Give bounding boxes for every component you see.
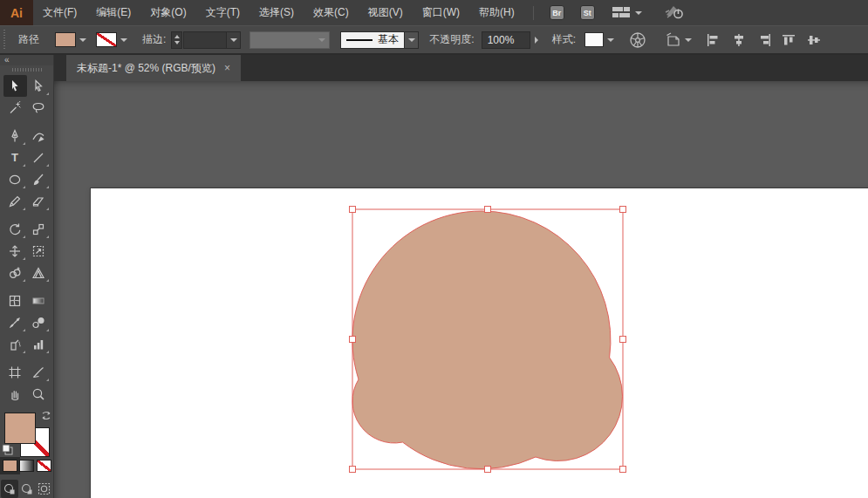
curvature-tool[interactable] [27, 125, 51, 147]
stroke-weight-label[interactable]: 描边: [142, 32, 166, 47]
free-transform-tool[interactable] [27, 240, 51, 262]
eraser-tool[interactable] [27, 190, 51, 212]
lasso-tool[interactable] [27, 97, 51, 119]
graphic-style-swatch[interactable] [584, 32, 604, 47]
selection-handle[interactable] [350, 337, 356, 343]
gradient-tool[interactable] [27, 290, 51, 311]
artboard-tool[interactable] [3, 361, 27, 383]
align-center-vertical-icon[interactable] [807, 33, 823, 47]
draw-normal-button[interactable] [1, 480, 18, 498]
none-button[interactable] [37, 460, 51, 472]
pen-tool[interactable] [3, 125, 27, 147]
gradient-button[interactable] [19, 460, 34, 472]
swap-fill-stroke-icon[interactable] [40, 410, 52, 421]
selection-handle[interactable] [620, 467, 626, 473]
menu-edit[interactable]: 编辑(E) [86, 0, 140, 25]
width-tool[interactable] [3, 240, 27, 262]
stroke-weight-stepper[interactable] [171, 31, 182, 49]
menu-view[interactable]: 视图(V) [359, 0, 413, 25]
select-similar-button[interactable] [666, 32, 692, 47]
opacity-label[interactable]: 不透明度: [429, 32, 474, 47]
stroke-none-swatch[interactable] [96, 32, 117, 47]
zoom-tool[interactable] [27, 383, 51, 405]
stroke-weight-field[interactable] [183, 31, 227, 49]
opacity-field[interactable]: 100% [482, 31, 530, 49]
slice-tool[interactable] [27, 361, 51, 383]
selection-handle[interactable] [350, 207, 356, 213]
stroke-color-dropdown[interactable] [117, 31, 130, 48]
chevron-down-icon [607, 38, 614, 42]
stock-button[interactable]: St [580, 5, 595, 20]
selected-shape[interactable] [352, 211, 623, 469]
close-tab-button[interactable]: × [224, 63, 230, 73]
direct-selection-tool[interactable] [27, 75, 51, 97]
stroke-weight-dropdown[interactable] [227, 31, 241, 49]
magic-wand-tool[interactable] [3, 97, 27, 119]
selection-handle[interactable] [485, 467, 491, 473]
fill-color-dropdown[interactable] [76, 31, 89, 48]
menu-effect[interactable]: 效果(C) [304, 0, 359, 25]
gpu-performance-button[interactable] [665, 3, 686, 23]
select-similar-icon [666, 32, 682, 47]
align-center-horizontal-icon[interactable] [731, 33, 747, 47]
selection-handle[interactable] [620, 207, 626, 213]
fill-color-swatch[interactable] [55, 32, 76, 47]
workspace-switcher[interactable] [612, 7, 642, 18]
hand-tool[interactable] [3, 383, 27, 405]
ellipse-tool[interactable] [3, 168, 27, 190]
selection-handle[interactable] [620, 337, 626, 343]
column-graph-tool[interactable] [27, 333, 51, 355]
color-button[interactable] [3, 460, 17, 472]
eyedropper-tool[interactable] [3, 311, 27, 333]
menu-help[interactable]: 帮助(H) [469, 0, 524, 25]
paintbrush-tool[interactable] [27, 168, 51, 190]
app-logo: Ai [0, 0, 33, 25]
type-tool-glyph: T [11, 151, 18, 164]
opacity-submenu-arrow[interactable] [530, 31, 543, 48]
fill-color-box[interactable] [4, 413, 36, 444]
panel-grip[interactable] [12, 68, 42, 72]
menu-bar: Ai 文件(F) 编辑(E) 对象(O) 文字(T) 选择(S) 效果(C) 视… [0, 0, 868, 25]
selection-handle[interactable] [350, 467, 356, 473]
brush-definition-arrow[interactable] [405, 31, 419, 49]
menu-select[interactable]: 选择(S) [249, 0, 304, 25]
draw-behind-button[interactable] [18, 480, 36, 498]
rotate-tool[interactable] [3, 218, 27, 240]
shape-builder-tool[interactable] [3, 262, 27, 283]
mesh-tool[interactable] [3, 290, 27, 311]
canvas-area[interactable] [54, 81, 868, 498]
menu-file[interactable]: 文件(F) [33, 0, 86, 25]
document-tab-bar: 未标题-1* @ 52% (RGB/预览) × [54, 55, 868, 81]
symbol-sprayer-tool[interactable] [3, 333, 27, 355]
brush-definition-dropdown[interactable]: 基本 [340, 31, 405, 49]
paintbrush-icon [31, 173, 45, 187]
eraser-icon [31, 194, 45, 208]
align-right-icon[interactable] [756, 33, 772, 47]
perspective-grid-tool[interactable] [27, 262, 51, 283]
lasso-icon [31, 101, 45, 115]
draw-inside-icon [38, 482, 51, 495]
scale-tool[interactable] [27, 218, 51, 240]
blend-tool[interactable] [27, 311, 51, 333]
bridge-button[interactable]: Br [550, 5, 564, 20]
recolor-artwork-button[interactable] [629, 31, 646, 49]
width-profile-dropdown [249, 31, 330, 49]
line-segment-tool[interactable] [27, 147, 51, 168]
align-top-icon[interactable] [782, 33, 797, 47]
panel-grip[interactable] [3, 30, 8, 51]
selection-tool[interactable] [3, 75, 27, 97]
collapse-panel-button[interactable]: « [0, 55, 53, 65]
pen-icon [8, 129, 22, 143]
draw-inside-button[interactable] [36, 480, 53, 498]
pencil-icon [8, 194, 22, 208]
selection-handle[interactable] [485, 207, 491, 213]
graphic-style-dropdown[interactable] [604, 31, 617, 48]
default-fill-stroke-icon[interactable] [2, 444, 13, 455]
type-tool[interactable]: T [3, 147, 27, 168]
menu-object[interactable]: 对象(O) [140, 0, 195, 25]
align-left-icon[interactable] [706, 33, 721, 47]
document-tab[interactable]: 未标题-1* @ 52% (RGB/预览) × [66, 55, 241, 81]
menu-window[interactable]: 窗口(W) [413, 0, 469, 25]
menu-type[interactable]: 文字(T) [196, 0, 249, 25]
shaper-tool[interactable] [3, 190, 27, 212]
